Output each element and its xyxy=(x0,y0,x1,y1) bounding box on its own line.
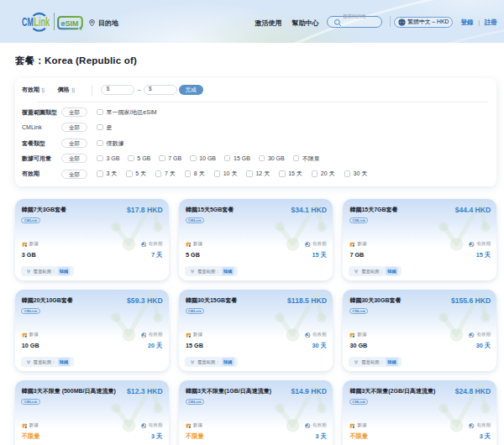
svg-text:Link: Link xyxy=(34,15,50,29)
svg-text:eSIM: eSIM xyxy=(60,19,78,28)
svg-text:CM: CM xyxy=(22,15,34,29)
